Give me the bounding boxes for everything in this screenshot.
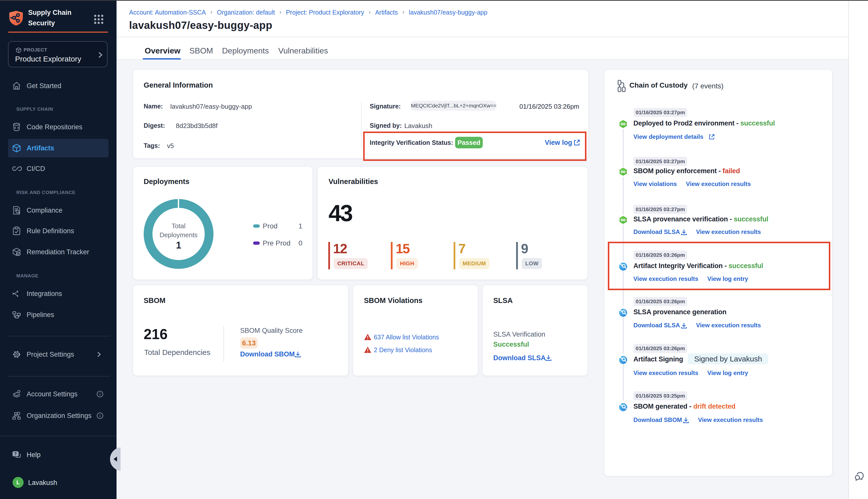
svg-text:?: ?: [14, 452, 16, 456]
